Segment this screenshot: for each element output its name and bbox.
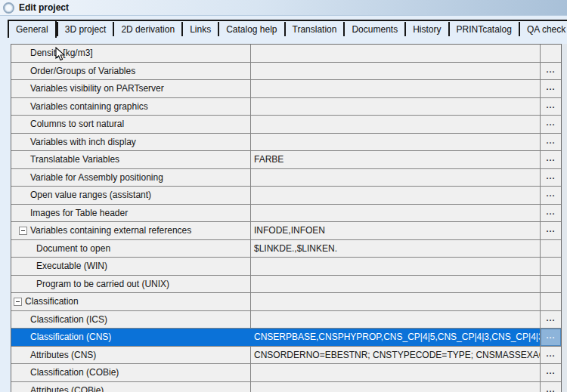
ellipsis-button-empty [541, 258, 561, 275]
property-value-cell[interactable] [251, 134, 541, 151]
property-value-cell[interactable] [251, 258, 541, 275]
property-row[interactable]: Images for Table header... [11, 205, 561, 223]
property-value-cell[interactable] [251, 63, 541, 80]
property-row[interactable]: Variables visibility on PARTserver... [11, 80, 561, 98]
property-name-cell: Variable for Assembly positioning [11, 169, 251, 187]
property-value-cell[interactable]: CNSORDERNO=EBESTNR; CNSTYPECODE=TYPE; CN… [251, 347, 541, 364]
ellipsis-button[interactable]: ... [541, 134, 561, 151]
property-name-cell: Document to open [11, 240, 251, 258]
property-value-cell[interactable]: FARBE [251, 151, 541, 168]
ellipsis-label: ... [546, 82, 555, 91]
property-value-cell[interactable]: CNSERPBASE,CNSPHYPROP,CNS_CP|4|5,CNS_CP|… [251, 329, 541, 346]
ellipsis-label: ... [546, 207, 555, 216]
property-label: Variables containing external references [30, 225, 191, 236]
ellipsis-button[interactable]: ... [541, 187, 561, 204]
property-row[interactable]: Executable (WIN) [11, 258, 561, 276]
property-value-cell[interactable] [251, 205, 541, 222]
property-value: FARBE [254, 154, 284, 165]
ellipsis-button-empty [541, 45, 561, 62]
ellipsis-button[interactable]: ... [541, 364, 561, 381]
property-value-cell[interactable] [251, 80, 541, 97]
property-name-cell: Translatable Variables [11, 151, 251, 168]
property-value-cell[interactable] [251, 116, 541, 133]
tab-printcatalog[interactable]: PRINTcatalog [450, 21, 519, 38]
window-title: Edit project [19, 2, 69, 13]
property-name-cell: Executable (WIN) [11, 258, 251, 275]
ellipsis-button[interactable]: ... [541, 205, 561, 222]
ellipsis-label: ... [546, 118, 555, 127]
tab-translation[interactable]: Translation [286, 21, 344, 38]
property-row[interactable]: Classification [11, 293, 561, 311]
tab-qa-check[interactable]: QA check [520, 21, 567, 38]
property-row[interactable]: Order/Groups of Variables... [11, 63, 561, 81]
property-value-cell[interactable] [251, 311, 541, 329]
property-row[interactable]: Attributes (CNS)CNSORDERNO=EBESTNR; CNST… [11, 347, 561, 365]
property-label: Variable for Assembly positioning [30, 172, 163, 183]
ellipsis-button[interactable]: ... [541, 80, 561, 97]
property-row[interactable]: Columns to sort natural... [11, 116, 561, 134]
property-row[interactable]: Open value ranges (assistant)... [11, 187, 561, 205]
property-row[interactable]: Program to be carried out (UNIX) [11, 276, 561, 294]
property-row[interactable]: Density [kg/m3] [11, 45, 561, 63]
tab-catalog-help[interactable]: Catalog help [219, 21, 284, 38]
property-row[interactable]: Variables with inch display... [11, 134, 561, 152]
property-label: Variables visibility on PARTserver [30, 83, 164, 94]
ellipsis-button[interactable]: ... [541, 63, 561, 80]
property-value-cell[interactable] [251, 293, 541, 310]
property-value-cell[interactable] [251, 98, 541, 116]
property-row[interactable]: Variable for Assembly positioning... [11, 169, 561, 187]
property-value-cell[interactable] [251, 187, 541, 204]
property-name-cell: Variables with inch display [11, 134, 251, 151]
tab-general[interactable]: General [8, 20, 57, 38]
collapse-minus-icon[interactable] [14, 298, 22, 306]
collapse-minus-icon[interactable] [19, 227, 27, 235]
property-label: Attributes (CNS) [30, 350, 96, 360]
property-row[interactable]: Document to open$LINKDE.,$LINKEN. [11, 240, 561, 258]
property-label: Classification [25, 296, 79, 307]
ellipsis-button[interactable]: ... [541, 98, 561, 116]
property-name-cell: Open value ranges (assistant) [11, 187, 251, 204]
tab-links[interactable]: Links [183, 21, 218, 38]
property-value-cell[interactable] [251, 276, 541, 293]
ellipsis-button[interactable]: ... [541, 151, 561, 168]
ellipsis-button[interactable]: ... [541, 116, 561, 133]
property-label: Variables containing graphics [30, 101, 148, 112]
property-row[interactable]: Classification (CNS)CNSERPBASE,CNSPHYPRO… [11, 329, 561, 347]
ellipsis-label: ... [546, 331, 555, 340]
property-label: Open value ranges (assistant) [30, 190, 151, 200]
property-row[interactable]: Variables containing graphics... [11, 98, 561, 116]
ellipsis-button[interactable]: ... [541, 222, 561, 239]
property-row[interactable]: Classification (ICS)... [11, 311, 561, 329]
tab-2d-derivation[interactable]: 2D derivation [114, 21, 181, 38]
property-value: CNSORDERNO=EBESTNR; CNSTYPECODE=TYPE; CN… [254, 350, 541, 360]
tab-3d-project[interactable]: 3D project [58, 21, 113, 38]
property-value-cell[interactable]: INFODE,INFOEN [251, 222, 541, 239]
ellipsis-button-empty [541, 240, 561, 258]
ellipsis-button[interactable]: ... [541, 169, 561, 187]
property-label: Images for Table header [30, 208, 128, 218]
property-row[interactable]: Variables containing external references… [11, 222, 561, 240]
property-value-cell[interactable] [251, 364, 541, 381]
property-row[interactable]: Classification (COBie)... [11, 364, 561, 382]
ellipsis-label: ... [546, 100, 555, 110]
ellipsis-button-empty [541, 276, 561, 293]
ellipsis-button[interactable]: ... [541, 382, 561, 392]
property-value-cell[interactable]: $LINKDE.,$LINKEN. [251, 240, 541, 258]
property-name-cell: Attributes (COBie) [11, 382, 251, 392]
ellipsis-label: ... [546, 153, 555, 162]
ellipsis-button[interactable]: ... [541, 329, 561, 346]
property-value-cell[interactable] [251, 169, 541, 187]
property-label: Program to be carried out (UNIX) [36, 279, 169, 289]
title-bar: Edit project [0, 0, 567, 16]
ellipsis-button[interactable]: ... [541, 311, 561, 329]
property-row[interactable]: Attributes (COBie)... [11, 382, 561, 392]
property-value-cell[interactable] [251, 45, 541, 62]
tab-history[interactable]: History [406, 21, 448, 38]
ellipsis-label: ... [546, 366, 555, 375]
property-value-cell[interactable] [251, 382, 541, 392]
ellipsis-button-empty [541, 293, 561, 310]
tab-documents[interactable]: Documents [345, 21, 404, 38]
property-name-cell: Density [kg/m3] [11, 45, 251, 62]
property-row[interactable]: Translatable VariablesFARBE... [11, 151, 561, 169]
ellipsis-button[interactable]: ... [541, 347, 561, 364]
